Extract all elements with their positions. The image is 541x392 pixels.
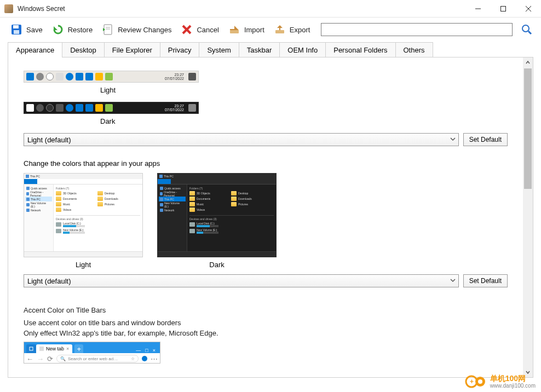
app-light-label: Light [24,261,143,269]
edge-preview: New tab × + —□× ← → ⟳ 🔍 Search or enter … [24,342,160,364]
import-button[interactable]: Import [226,22,267,37]
svg-rect-17 [39,347,44,351]
tab-panel: 23:2707/07/2022 Light 23:2707/07/2022 Da… [8,57,533,378]
set-default-button[interactable]: Set Default [463,274,508,287]
start-icon [26,73,34,80]
taskbar-clock: 23:2707/07/2022 [165,73,184,80]
restore-icon [51,23,65,36]
svg-line-15 [528,31,531,34]
restore-button[interactable]: Restore [49,22,95,37]
accent-group-label: Accent Color on Title Bars [24,306,508,314]
close-button[interactable] [516,0,541,18]
search-icon: 🔍 [60,356,66,361]
svg-point-14 [522,25,529,32]
taskbar-preview-dark: 23:2707/07/2022 [24,102,199,114]
tab-desktop[interactable]: Desktop [62,42,105,57]
app-icon [105,73,113,80]
forward-icon: → [37,355,44,363]
tab-file-explorer[interactable]: File Explorer [104,42,160,57]
app-mode-select[interactable]: Light (default) [24,274,459,287]
minimize-button[interactable] [465,0,491,18]
accent-desc-1: Use accent color on title bars and windo… [24,319,508,327]
cortana-icon [46,73,54,80]
svg-rect-7 [104,25,112,34]
taskview-icon [56,73,64,80]
dark-label: Dark [24,117,508,125]
scrollbar-thumb[interactable] [524,68,532,189]
edge-icon [66,104,73,112]
svg-point-20 [478,379,482,384]
explorer-icon [76,104,83,112]
svg-text:+: + [470,378,474,385]
taskbar-clock: 23:2707/07/2022 [165,104,184,112]
new-tab-icon: + [74,344,83,353]
menu-icon: ⋯ [151,355,158,363]
search-icon[interactable] [520,23,533,36]
accent-desc-2: Only effect WIn32 app's title bar, for e… [24,329,508,337]
maximize-button[interactable] [491,0,516,18]
search-icon [36,73,44,80]
window-titlebar: Windows Secret [0,0,541,18]
tab-system[interactable]: System [199,42,239,57]
folder-icon [95,104,103,112]
explorer-icon [76,73,83,80]
tab-oem-info[interactable]: OEM Info [279,42,326,57]
taskbar-preview-light: 23:2707/07/2022 [24,71,199,83]
app-icon [105,104,113,112]
svg-rect-13 [275,30,284,33]
export-icon [273,23,286,36]
extension-icon [142,356,147,361]
mail-icon [85,73,93,80]
save-icon [10,23,23,36]
start-icon [26,104,34,112]
folder-icon [95,73,103,80]
refresh-icon: ⟳ [47,355,53,363]
svg-rect-6 [14,30,19,34]
review-icon [101,23,114,36]
app-icon [4,4,13,13]
watermark: + 单机100网 www.danji100.com [465,374,536,389]
review-changes-button[interactable]: Review Changes [99,22,174,37]
svg-rect-1 [501,6,506,11]
tab-others[interactable]: Others [395,42,433,57]
explorer-preview-light: This PC Quick access OneDrive - Personal… [24,173,143,257]
set-default-button[interactable]: Set Default [463,133,508,146]
tab-privacy[interactable]: Privacy [160,42,200,57]
main-toolbar: Save Restore Review Changes Cancel Impor… [0,18,541,42]
search-icon [36,104,44,112]
export-button[interactable]: Export [271,22,313,37]
search-input[interactable] [321,23,513,36]
svg-rect-5 [13,25,19,28]
import-icon [228,23,241,36]
back-icon: ← [26,355,33,363]
cancel-button[interactable]: Cancel [178,22,221,37]
save-button[interactable]: Save [8,22,45,37]
edge-icon [66,73,73,80]
cortana-icon [46,104,54,112]
svg-rect-16 [30,347,33,350]
tray-icon [188,73,196,80]
light-label: Light [24,86,508,94]
address-bar: 🔍 Search or enter web ad… ☆ [56,355,139,362]
tab-personal-folders[interactable]: Personal Folders [325,42,395,57]
tray-icon [188,104,196,112]
window-title: Windows Secret [18,5,465,13]
tab-taskbar[interactable]: Taskbar [239,42,280,57]
chevron-down-icon [450,136,456,144]
scroll-up-icon[interactable] [523,57,533,67]
tab-bar: Appearance Desktop File Explorer Privacy… [0,42,541,57]
taskview-icon [56,104,64,112]
app-dark-label: Dark [157,261,277,269]
svg-rect-12 [230,30,239,33]
vertical-scrollbar[interactable] [523,57,533,377]
watermark-logo-icon: + [465,374,487,389]
mail-icon [85,104,93,112]
page-icon [39,347,44,351]
edge-tab: New tab × [36,344,72,353]
windows-mode-select[interactable]: Light (default) [24,133,459,146]
appearance-content: 23:2707/07/2022 Light 23:2707/07/2022 Da… [8,57,523,377]
chevron-down-icon [450,277,456,285]
cancel-icon [180,23,193,36]
tab-appearance[interactable]: Appearance [8,42,62,57]
explorer-preview-dark: This PC Quick access OneDrive - Personal… [157,173,277,257]
